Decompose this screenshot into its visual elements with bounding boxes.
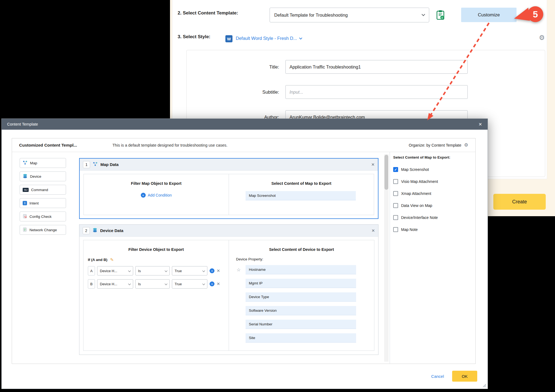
option-device-interface-note[interactable]: Device/Interface Note bbox=[393, 215, 473, 220]
select-value: True bbox=[175, 282, 182, 286]
network-change-icon bbox=[23, 227, 27, 233]
star-icon[interactable] bbox=[237, 267, 241, 273]
customize-button[interactable]: Customize bbox=[461, 8, 517, 22]
title-input[interactable] bbox=[285, 60, 468, 74]
filter-map-heading: Filter Map Object to Export bbox=[84, 181, 229, 186]
checkbox[interactable] bbox=[393, 215, 398, 220]
option-map-screenshot[interactable]: Map Screenshot bbox=[393, 167, 473, 172]
section-number: 2 bbox=[83, 227, 90, 234]
select-value: Is bbox=[138, 282, 141, 286]
sidebar-item-command[interactable]: Command bbox=[20, 185, 66, 195]
filter-device-heading: Filter Device Object to Export bbox=[83, 247, 229, 252]
word-icon: W bbox=[225, 35, 232, 42]
checkbox-label: Data View on Map bbox=[401, 203, 432, 208]
device-icon bbox=[23, 174, 28, 179]
section-header[interactable]: 2 Device Data bbox=[79, 225, 378, 237]
option-map-note[interactable]: Map Note bbox=[393, 227, 473, 232]
condition-operator-select[interactable]: Is bbox=[135, 266, 170, 275]
modal-titlebar[interactable]: Content Template bbox=[2, 119, 488, 130]
remove-row-icon[interactable] bbox=[217, 268, 220, 273]
section-close-icon[interactable] bbox=[371, 162, 375, 167]
checkbox-label: Visio Map Attachment bbox=[401, 179, 438, 184]
chevron-down-icon bbox=[128, 283, 131, 285]
add-condition-link[interactable]: Add Condition bbox=[84, 193, 229, 198]
section-map-data[interactable]: 1 Map Data Filter Map Object bbox=[79, 158, 378, 219]
map-content-item[interactable]: Map Screenshot bbox=[246, 191, 356, 200]
ok-button[interactable]: OK bbox=[452, 371, 477, 382]
sidebar-item-config-check[interactable]: Config Check bbox=[20, 212, 66, 221]
checkbox[interactable] bbox=[393, 179, 398, 184]
option-xmap-attachment[interactable]: Xmap Attachment bbox=[393, 191, 473, 196]
chevron-down-icon bbox=[202, 283, 205, 285]
chevron-down-icon bbox=[202, 269, 205, 272]
sidebar-item-device[interactable]: Device bbox=[20, 171, 66, 181]
organize-gear-icon[interactable] bbox=[464, 143, 468, 147]
option-data-view-on-map[interactable]: Data View on Map bbox=[393, 203, 473, 208]
title-label: Title: bbox=[235, 64, 279, 70]
add-condition-label: Add Condition bbox=[148, 193, 172, 197]
sidebar-item-label: Device bbox=[30, 174, 41, 179]
select-value: True bbox=[175, 269, 182, 273]
device-property-item[interactable]: Mgmt IP bbox=[246, 279, 356, 288]
device-property-item[interactable]: Device Type bbox=[246, 292, 356, 302]
condition-field-select[interactable]: Device H... bbox=[97, 266, 133, 275]
checkbox[interactable] bbox=[393, 167, 398, 172]
option-visio-map-attachment[interactable]: Visio Map Attachment bbox=[393, 179, 473, 184]
chevron-down-icon bbox=[422, 13, 425, 16]
organize-label: Organize: by Content Template bbox=[409, 143, 461, 147]
condition-operator-select[interactable]: Is bbox=[135, 279, 170, 289]
condition-row-b: B Device H... Is bbox=[88, 279, 229, 289]
resize-handle[interactable] bbox=[481, 382, 486, 387]
edit-condition-pencil-icon[interactable] bbox=[110, 257, 114, 262]
sidebar-item-network-change[interactable]: Network Change bbox=[20, 225, 66, 235]
subtitle-input[interactable] bbox=[285, 85, 468, 99]
sidebar-item-label: Command bbox=[31, 188, 48, 192]
checkbox-label: Map Note bbox=[401, 227, 418, 232]
template-description: This is a default template designed for … bbox=[112, 143, 228, 147]
sidebar-item-label: Map bbox=[30, 161, 37, 165]
checkbox[interactable] bbox=[393, 227, 398, 232]
content-template-select[interactable]: Default Template for Troubleshooting bbox=[270, 8, 429, 22]
device-property-item[interactable]: Software Version bbox=[246, 306, 356, 315]
device-property-item[interactable]: Site bbox=[246, 333, 356, 343]
badge-number: 5 bbox=[533, 9, 538, 19]
add-row-icon[interactable] bbox=[210, 268, 214, 273]
sidebar-item-label: Network Change bbox=[29, 228, 57, 232]
organize-control[interactable]: Organize: by Content Template bbox=[409, 143, 468, 147]
checkbox[interactable] bbox=[393, 203, 398, 208]
section-close-icon[interactable] bbox=[371, 228, 375, 233]
condition-value-select[interactable]: True bbox=[172, 266, 207, 275]
sidebar-item-label: Intent bbox=[29, 201, 39, 205]
config-check-icon bbox=[23, 214, 27, 219]
device-property-label: Device Property: bbox=[236, 257, 374, 261]
chevron-down-icon bbox=[128, 269, 131, 272]
checkbox-label: Map Screenshot bbox=[401, 167, 429, 172]
style-select-link[interactable]: Default Word Style - Fresh D... bbox=[236, 36, 302, 41]
condition-value-select[interactable]: True bbox=[172, 279, 207, 289]
section-device-data[interactable]: 2 Device Data Filter Device bbox=[79, 224, 378, 355]
template-canvas: Map Device Command bbox=[12, 152, 390, 364]
device-property-item[interactable]: Hostname bbox=[246, 265, 356, 274]
style-settings-gear-icon[interactable] bbox=[539, 34, 545, 41]
map-icon bbox=[23, 161, 28, 166]
cancel-button[interactable]: Cancel bbox=[431, 374, 444, 379]
close-icon[interactable] bbox=[479, 122, 482, 127]
template-header: Customized Content Templ... This is a de… bbox=[12, 138, 475, 152]
sidebar-item-intent[interactable]: Intent bbox=[20, 198, 66, 208]
remove-row-icon[interactable] bbox=[217, 281, 220, 286]
add-row-icon[interactable] bbox=[210, 281, 214, 286]
select-value: Device H... bbox=[100, 282, 117, 286]
scrollbar-thumb[interactable] bbox=[384, 155, 388, 190]
sidebar-item-map[interactable]: Map bbox=[20, 158, 66, 168]
template-info-icon[interactable] bbox=[436, 10, 445, 21]
scrollbar-track[interactable] bbox=[384, 154, 389, 362]
template-name[interactable]: Customized Content Templ... bbox=[19, 143, 101, 148]
checkbox[interactable] bbox=[393, 191, 398, 196]
create-button[interactable]: Create bbox=[493, 194, 546, 210]
select-value: Is bbox=[138, 269, 141, 273]
device-icon bbox=[92, 228, 97, 233]
checkbox-label: Xmap Attachment bbox=[401, 191, 431, 196]
section-header[interactable]: 1 Map Data bbox=[80, 159, 378, 171]
device-property-item[interactable]: Serial Number bbox=[246, 320, 356, 329]
condition-field-select[interactable]: Device H... bbox=[97, 279, 133, 289]
